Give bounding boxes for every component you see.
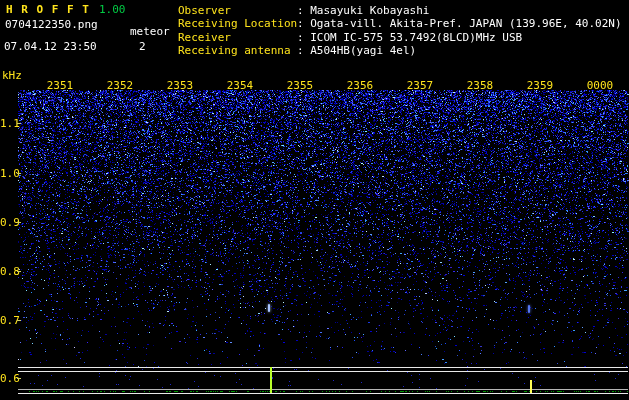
output-filename: 0704122350.png [5,19,98,30]
station-info-row: Receiver: ICOM IC-575 53.7492(8LCD)MHz U… [178,32,622,45]
info-value: : ICOM IC-575 53.7492(8LCD)MHz USB [297,31,522,44]
signal-level-line [18,389,628,390]
signal-level-line [18,371,628,372]
station-info-row: Observer: Masayuki Kobayashi [178,5,622,18]
signal-level-line [18,367,628,368]
y-axis-unit: kHz [2,70,22,81]
y-axis-tick-label: 0.8 [0,266,15,277]
y-axis-tick-mark [17,173,21,174]
signal-spike [270,367,272,393]
x-axis-tick-label: 2353 [167,80,194,91]
y-axis-tick-label: 1.1 [0,118,15,129]
y-axis-tick-mark [17,320,21,321]
meteor-echo-mark [528,305,530,313]
x-axis-tick-label: 0000 [587,80,614,91]
x-axis-tick-label: 2351 [47,80,74,91]
y-axis-tick-label: 0.7 [0,315,15,326]
x-axis-tick-label: 2352 [107,80,134,91]
meteor-count: 2 [139,41,146,52]
y-axis-tick-mark [17,123,21,124]
hrofft-output: H R O F F T 1.00 0704122350.png meteor 0… [0,0,629,400]
app-version: 1.00 [99,4,126,15]
x-axis-tick-label: 2357 [407,80,434,91]
station-info: Observer: Masayuki KobayashiReceiving Lo… [178,5,622,59]
info-label: Receiver [178,32,297,43]
x-axis-tick-label: 2354 [227,80,254,91]
station-info-row: Receiving Location: Ogata-vill. Akita-Pr… [178,18,622,31]
info-value: : Masayuki Kobayashi [297,4,429,17]
signal-baseline [18,393,628,394]
mode-label: meteor [130,26,170,37]
info-label: Receiving antenna [178,45,297,56]
info-value: : Ogata-vill. Akita-Pref. JAPAN (139.96E… [297,17,622,30]
observation-timestamp: 07.04.12 23:50 [4,41,97,52]
x-axis-tick-label: 2355 [287,80,314,91]
meteor-echo-mark [268,304,270,312]
x-axis-tick-label: 2358 [467,80,494,91]
info-value: : A504HB(yagi 4el) [297,44,416,57]
x-axis-tick-label: 2356 [347,80,374,91]
y-axis-tick-mark [17,378,21,379]
y-axis-tick-label: 0.6 [0,373,15,384]
y-axis-tick-mark [17,222,21,223]
x-axis-tick-label: 2359 [527,80,554,91]
y-axis-tick-label: 1.0 [0,168,15,179]
signal-spike [530,380,532,393]
y-axis-tick-label: 0.9 [0,217,15,228]
app-title: H R O F F T [6,4,90,15]
y-axis-tick-mark [17,271,21,272]
spectrogram-noise-canvas [0,0,629,400]
station-info-row: Receiving antenna: A504HB(yagi 4el) [178,45,622,58]
info-label: Observer [178,5,297,16]
info-label: Receiving Location [178,18,297,29]
